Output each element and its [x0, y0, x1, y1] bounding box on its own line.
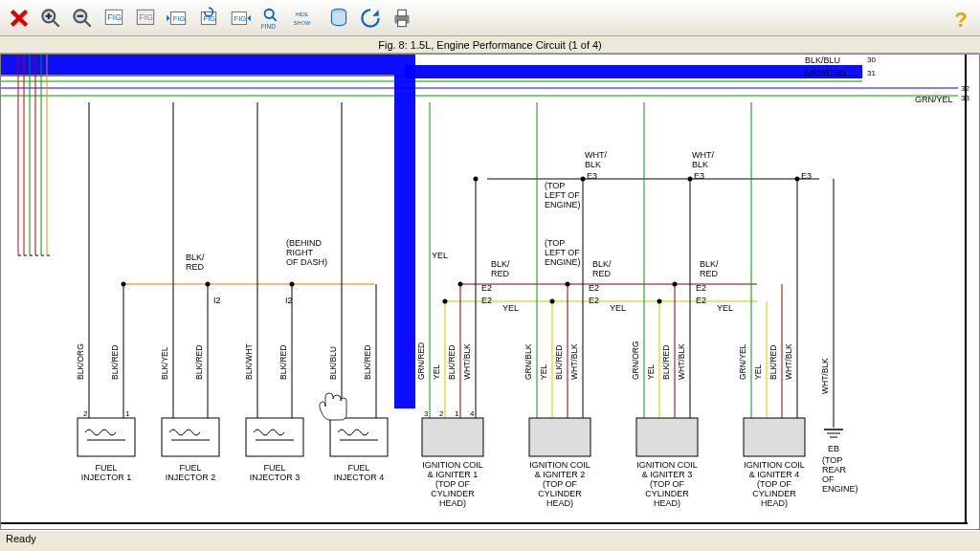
help-icon: ? — [955, 7, 968, 30]
svg-text:2: 2 — [439, 409, 444, 418]
svg-text:FIG: FIG — [173, 14, 186, 23]
svg-text:IGNITION COIL& IGNITER 4(TOP O: IGNITION COIL& IGNITER 4(TOP OFCYLINDERH… — [744, 460, 805, 508]
cursor-hand-icon — [320, 393, 346, 420]
conn-I2-a: I2 — [213, 296, 221, 305]
svg-rect-79 — [422, 418, 483, 456]
svg-rect-116 — [744, 418, 805, 456]
svg-rect-105 — [636, 418, 698, 456]
svg-text:HIDE: HIDE — [295, 11, 308, 17]
find-button[interactable]: FIND — [256, 3, 287, 33]
svg-text:YEL: YEL — [646, 364, 656, 380]
conn-E3-1: E3 — [587, 171, 597, 181]
note-whtblk-1: WHT/BLK — [585, 150, 607, 169]
svg-text:FIG: FIG — [140, 12, 154, 22]
svg-text:BLK/RED: BLK/RED — [194, 345, 204, 380]
conn-E2-1: E2 — [481, 296, 492, 305]
zoom-in-button[interactable] — [35, 3, 66, 33]
fig-b-button[interactable]: FIG — [130, 3, 161, 33]
close-button[interactable] — [4, 3, 34, 33]
svg-text:1: 1 — [455, 409, 459, 418]
note-behind-dash: (BEHINDRIGHTOF DASH) — [286, 238, 327, 267]
svg-text:WHT/BLK: WHT/BLK — [820, 358, 830, 394]
svg-text:YEL: YEL — [753, 364, 763, 380]
svg-text:BLK/RED: BLK/RED — [661, 345, 671, 380]
svg-point-46 — [206, 282, 211, 287]
svg-text:FIG: FIG — [234, 14, 247, 23]
svg-text:IGNITION COIL& IGNITER 2(TOP O: IGNITION COIL& IGNITER 2(TOP OFCYLINDERH… — [529, 460, 590, 508]
svg-rect-54 — [246, 418, 303, 456]
database-button[interactable] — [323, 3, 354, 33]
ground-EB: WHT/BLK EB (TOPREAROFENGINE) — [820, 179, 858, 494]
note-topleft-1: (TOPLEFT OFENGINE) — [545, 181, 581, 209]
svg-text:WHT/BLK: WHT/BLK — [677, 343, 686, 380]
zoom-out-button[interactable] — [67, 3, 98, 33]
svg-rect-48 — [162, 418, 219, 456]
fig-refresh-button[interactable]: FIG — [193, 3, 224, 33]
diagram-canvas[interactable]: 30 31 32 33 BLK/BLU GRN/ORG GRN/YEL BLK/… — [0, 54, 980, 530]
wire-blkyel: BLK/YEL — [160, 346, 169, 380]
wire-blkblu: BLK/BLU — [328, 346, 338, 380]
refresh-button[interactable] — [355, 3, 386, 33]
bus-label-31: GRN/ORG — [805, 68, 846, 77]
svg-text:IGNITION COIL& IGNITER 1(TOP O: IGNITION COIL& IGNITER 1(TOP OFCYLINDERH… — [422, 460, 483, 508]
svg-text:YEL: YEL — [539, 364, 548, 380]
yel-lbl-v: YEL — [432, 251, 448, 260]
svg-text:BLK/RED: BLK/RED — [554, 345, 564, 380]
svg-rect-59 — [330, 418, 388, 456]
svg-text:3: 3 — [424, 409, 429, 418]
svg-text:1: 1 — [125, 409, 130, 418]
svg-point-70 — [474, 177, 479, 182]
svg-text:BLK/RED: BLK/RED — [768, 345, 778, 380]
fig-a-button[interactable]: FIG — [99, 3, 129, 33]
label-inj3: FUELINJECTOR 3 — [250, 463, 300, 482]
svg-text:BLK/RED: BLK/RED — [447, 345, 457, 380]
svg-text:GRN/RED: GRN/RED — [416, 342, 426, 380]
svg-point-69 — [458, 282, 463, 287]
label-inj2: FUELINJECTOR 2 — [166, 463, 215, 482]
hide-show-button[interactable]: HIDESHOW — [288, 3, 323, 33]
svg-text:GRN/BLK: GRN/BLK — [523, 343, 533, 380]
svg-text:GRN/YEL: GRN/YEL — [738, 343, 747, 380]
yel-lbl-3: YEL — [717, 303, 733, 313]
note-blkred-4: BLK/RED — [700, 259, 719, 278]
toolbar: FIG FIG FIG FIG FIG FIND HIDESHOW ? — [0, 0, 980, 36]
status-bar: Ready — [0, 530, 980, 549]
svg-text:E2: E2 — [696, 283, 706, 293]
note-whtblk-2: WHT/BLK — [692, 150, 714, 169]
svg-point-85 — [550, 299, 555, 304]
find-label: FIND — [261, 23, 276, 30]
svg-point-111 — [795, 177, 800, 182]
svg-text:FUELINJECTOR 1: FUELINJECTOR 1 — [81, 463, 131, 482]
fig-next-button[interactable]: FIG — [225, 3, 256, 33]
svg-point-98 — [657, 299, 662, 304]
bus-label-33: GRN/YEL — [915, 95, 953, 104]
svg-text:IGNITION COIL& IGNITER 3(TOP O: IGNITION COIL& IGNITER 3(TOP OFCYLINDERH… — [636, 460, 698, 508]
conn-E3-2: E3 — [694, 171, 704, 181]
conn-E2-3: E2 — [696, 296, 706, 305]
svg-text:(TOPREAROFENGINE): (TOPREAROFENGINE) — [822, 455, 858, 494]
svg-rect-92 — [529, 418, 590, 456]
help-button[interactable]: ? — [946, 3, 976, 33]
svg-text:BLK/RED: BLK/RED — [278, 345, 288, 380]
fig-prev-button[interactable]: FIG — [162, 3, 192, 33]
svg-line-5 — [84, 20, 91, 26]
figure-title: Fig. 8: 1.5L, Engine Performance Circuit… — [0, 36, 980, 54]
label-inj4: FUELINJECTOR 4 — [334, 463, 384, 482]
svg-rect-24 — [398, 20, 407, 26]
note-topleft-2: (TOPLEFT OFENGINE) — [545, 238, 581, 267]
yel-lbl-2: YEL — [610, 303, 626, 313]
wire-blkorg: BLK/ORG — [76, 343, 85, 380]
svg-text:WHT/BLK: WHT/BLK — [462, 343, 472, 380]
conn-I2-b: I2 — [285, 296, 293, 305]
conn-EB: EB — [828, 444, 839, 453]
svg-text:2: 2 — [83, 409, 88, 418]
print-button[interactable] — [387, 3, 417, 33]
wire-blkwht: BLK/WHT — [244, 343, 254, 380]
svg-point-100 — [688, 177, 693, 182]
wire-blkred-1: BLK/RED — [110, 345, 120, 380]
svg-text:E2: E2 — [589, 283, 599, 293]
pin-30: 30 — [867, 55, 876, 64]
note-blkred-2: BLK/RED — [491, 259, 510, 278]
svg-line-1 — [53, 20, 58, 26]
svg-line-18 — [272, 16, 277, 21]
